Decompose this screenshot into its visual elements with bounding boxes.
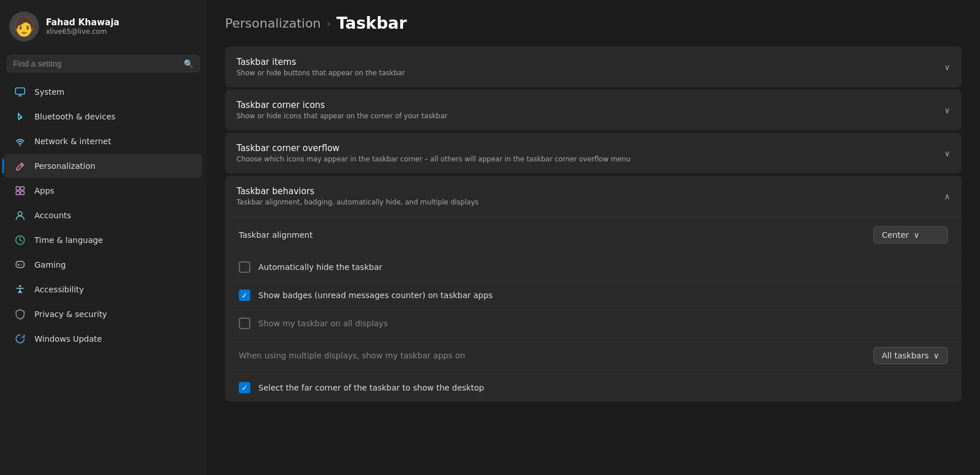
sidebar-item-time[interactable]: Time & language	[5, 228, 202, 252]
bluetooth-icon	[14, 110, 26, 123]
svg-rect-6	[16, 191, 20, 195]
taskbar-corner-icons-header[interactable]: Taskbar corner icons Show or hide icons …	[225, 90, 962, 130]
sidebar-item-accounts[interactable]: Accounts	[5, 203, 202, 227]
user-email: xlive65@live.com	[46, 28, 119, 36]
far-corner-label: Select the far corner of the taskbar to …	[258, 383, 484, 392]
taskbar-behaviors-body: Taskbar alignment Center ∨ Automatically…	[225, 217, 962, 401]
svg-point-12	[21, 264, 22, 265]
user-name: Fahad Khawaja	[46, 17, 119, 28]
system-icon	[14, 86, 26, 98]
taskbar-items-title: Taskbar items	[237, 57, 405, 67]
svg-rect-0	[16, 88, 25, 94]
auto-hide-checkbox[interactable]	[239, 261, 250, 273]
sidebar: 🧑 Fahad Khawaja xlive65@live.com 🔍 Syste…	[0, 0, 207, 475]
taskbar-corner-icons-chevron: ∨	[944, 106, 950, 115]
alignment-row: Taskbar alignment Center ∨	[225, 217, 962, 253]
gaming-icon	[14, 258, 26, 271]
taskbar-items-title-group: Taskbar items Show or hide buttons that …	[237, 57, 405, 77]
all-displays-checkbox[interactable]	[239, 318, 250, 329]
user-info: Fahad Khawaja xlive65@live.com	[46, 17, 119, 36]
far-corner-row: Select the far corner of the taskbar to …	[225, 374, 962, 401]
taskbar-behaviors-section: Taskbar behaviors Taskbar alignment, bad…	[225, 176, 962, 401]
taskbar-corner-icons-section: Taskbar corner icons Show or hide icons …	[225, 90, 962, 130]
breadcrumb: Personalization › Taskbar	[225, 14, 962, 33]
far-corner-checkbox[interactable]	[239, 382, 250, 393]
taskbar-behaviors-desc: Taskbar alignment, badging, automaticall…	[237, 198, 479, 206]
svg-point-13	[21, 265, 22, 266]
sidebar-item-update[interactable]: Windows Update	[5, 327, 202, 351]
taskbar-corner-overflow-chevron: ∨	[944, 149, 950, 158]
taskbar-corner-overflow-header[interactable]: Taskbar corner overflow Choose which ico…	[225, 133, 962, 173]
svg-point-8	[18, 212, 22, 216]
breadcrumb-current: Taskbar	[336, 14, 406, 33]
svg-point-14	[19, 285, 21, 287]
sidebar-item-system[interactable]: System	[5, 80, 202, 104]
main-content: Personalization › Taskbar Taskbar items …	[207, 0, 980, 475]
sidebar-item-accessibility[interactable]: Accessibility	[5, 277, 202, 302]
sidebar-item-apps[interactable]: Apps	[5, 179, 202, 203]
sidebar-item-update-label: Windows Update	[34, 334, 102, 343]
multi-display-row: When using multiple displays, show my ta…	[225, 338, 962, 374]
alignment-value: Center	[882, 230, 909, 240]
taskbar-corner-icons-desc: Show or hide icons that appear on the co…	[237, 112, 447, 120]
sidebar-item-network-label: Network & internet	[34, 137, 111, 146]
taskbar-corner-overflow-section: Taskbar corner overflow Choose which ico…	[225, 133, 962, 173]
search-input[interactable]	[13, 59, 179, 68]
all-displays-row: Show my taskbar on all displays	[225, 310, 962, 338]
sidebar-item-apps-label: Apps	[34, 186, 55, 195]
alignment-dropdown-chevron: ∨	[913, 230, 919, 240]
alignment-label: Taskbar alignment	[239, 230, 313, 240]
network-icon	[14, 135, 26, 148]
search-box[interactable]: 🔍	[7, 55, 200, 72]
taskbar-items-desc: Show or hide buttons that appear on the …	[237, 69, 405, 77]
sidebar-item-personalization[interactable]: Personalization	[5, 154, 202, 178]
multi-display-value: All taskbars	[882, 351, 929, 360]
update-icon	[14, 333, 26, 345]
sidebar-item-gaming[interactable]: Gaming	[5, 253, 202, 277]
avatar: 🧑	[9, 11, 39, 41]
sidebar-item-accounts-label: Accounts	[34, 211, 71, 220]
taskbar-behaviors-header[interactable]: Taskbar behaviors Taskbar alignment, bad…	[225, 176, 962, 217]
privacy-icon	[14, 308, 26, 320]
show-badges-row: Show badges (unread messages counter) on…	[225, 281, 962, 310]
sidebar-item-bluetooth-label: Bluetooth & devices	[34, 112, 115, 121]
taskbar-corner-overflow-title: Taskbar corner overflow	[237, 143, 630, 153]
multi-display-label: When using multiple displays, show my ta…	[239, 351, 465, 360]
svg-rect-4	[16, 187, 20, 190]
taskbar-items-header[interactable]: Taskbar items Show or hide buttons that …	[225, 47, 962, 87]
accessibility-icon	[14, 283, 26, 296]
multi-display-dropdown[interactable]: All taskbars ∨	[873, 347, 948, 364]
taskbar-behaviors-title-group: Taskbar behaviors Taskbar alignment, bad…	[237, 186, 479, 206]
taskbar-behaviors-title: Taskbar behaviors	[237, 186, 479, 196]
sidebar-item-network[interactable]: Network & internet	[5, 129, 202, 153]
taskbar-corner-icons-title-group: Taskbar corner icons Show or hide icons …	[237, 100, 447, 120]
taskbar-behaviors-chevron: ∧	[944, 192, 950, 201]
breadcrumb-parent[interactable]: Personalization	[225, 16, 321, 30]
taskbar-corner-overflow-desc: Choose which icons may appear in the tas…	[237, 155, 630, 163]
svg-rect-5	[21, 187, 24, 190]
sidebar-item-gaming-label: Gaming	[34, 260, 66, 269]
taskbar-corner-overflow-title-group: Taskbar corner overflow Choose which ico…	[237, 143, 630, 163]
sidebar-item-bluetooth[interactable]: Bluetooth & devices	[5, 105, 202, 129]
svg-point-3	[20, 145, 21, 146]
sidebar-item-privacy-label: Privacy & security	[34, 310, 107, 319]
time-icon	[14, 234, 26, 246]
user-section: 🧑 Fahad Khawaja xlive65@live.com	[0, 0, 207, 51]
apps-icon	[14, 184, 26, 197]
show-badges-checkbox[interactable]	[239, 289, 250, 301]
sidebar-item-privacy[interactable]: Privacy & security	[5, 302, 202, 326]
alignment-dropdown[interactable]: Center ∨	[873, 226, 948, 244]
multi-display-chevron: ∨	[933, 351, 939, 360]
sidebar-item-time-label: Time & language	[34, 235, 103, 245]
breadcrumb-separator: ›	[327, 17, 331, 29]
accounts-icon	[14, 209, 26, 222]
sidebar-nav: System Bluetooth & devices Network & int…	[0, 79, 207, 352]
taskbar-items-chevron: ∨	[944, 63, 950, 72]
all-displays-label: Show my taskbar on all displays	[258, 319, 388, 328]
personalization-icon	[14, 160, 26, 172]
svg-rect-7	[21, 191, 24, 195]
auto-hide-row: Automatically hide the taskbar	[225, 253, 962, 281]
sidebar-item-accessibility-label: Accessibility	[34, 285, 84, 294]
auto-hide-label: Automatically hide the taskbar	[258, 262, 382, 272]
show-badges-label: Show badges (unread messages counter) on…	[258, 291, 493, 300]
